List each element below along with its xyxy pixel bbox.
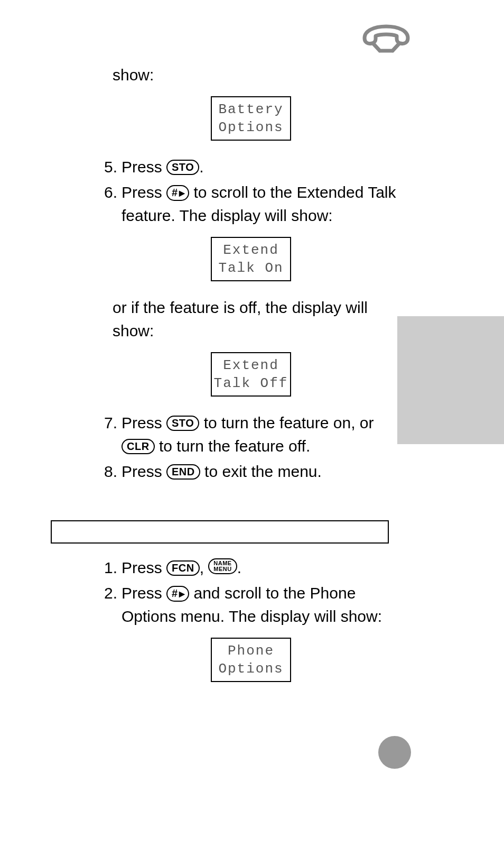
thumb-tab [397,316,504,444]
lcd-line: Talk On [212,259,290,277]
phone-handset-icon [361,24,411,55]
lcd-display-battery-options: Battery Options [211,96,291,141]
clr-key-icon: CLR [122,439,155,454]
step-number: 8. [95,460,117,483]
step-number: 6. [95,181,117,227]
lcd-display-phone-options: Phone Options [211,638,291,682]
end-key-icon: END [166,464,200,480]
lcd-display-extend-talk-on: Extend Talk On [211,237,291,281]
step-body: Press FCN, NAMEMENU. [122,556,407,579]
lcd-display-extend-talk-off: Extend Talk Off [211,352,291,397]
hash-scroll-key-icon: # [166,586,189,602]
step-body: Press # to scroll to the Extended Talk f… [122,181,407,227]
lead-in-text: show: [113,63,407,87]
step-5: 5. Press STO. [95,155,407,179]
section-divider-box [51,520,389,544]
lcd-line: Extend [212,356,290,374]
page-number-dot [378,736,411,769]
page-content: show: Battery Options 5. Press STO. 6. P… [95,63,407,485]
step-number: 5. [95,155,117,179]
fcn-key-icon: FCN [166,560,200,576]
step-body: Press END to exit the menu. [122,460,407,483]
step-number: 1. [95,556,117,579]
step-6: 6. Press # to scroll to the Extended Tal… [95,181,407,227]
lcd-line: Battery [212,100,290,118]
lcd-line: Talk Off [212,374,290,392]
step-1: 1. Press FCN, NAMEMENU. [95,556,407,579]
step-body: Press # and scroll to the Phone Options … [122,582,407,628]
step-body: Press STO to turn the feature on, or CLR… [122,411,407,458]
step-8: 8. Press END to exit the menu. [95,460,407,483]
lcd-line: Options [212,660,290,678]
step-number: 7. [95,411,117,458]
lcd-line: Extend [212,241,290,259]
step-2: 2. Press # and scroll to the Phone Optio… [95,582,407,628]
step-7: 7. Press STO to turn the feature on, or … [95,411,407,458]
step-body: Press STO. [122,155,407,179]
hash-scroll-key-icon: # [166,185,189,201]
name-menu-key-icon: NAMEMENU [208,558,237,574]
lcd-line: Phone [212,642,290,660]
sto-key-icon: STO [166,416,199,431]
section-2-content: 1. Press FCN, NAMEMENU. 2. Press # and s… [95,556,407,697]
sto-key-icon: STO [166,160,199,175]
continuation-text: or if the feature is off, the display wi… [113,296,407,343]
lcd-line: Options [212,118,290,136]
step-number: 2. [95,582,117,628]
